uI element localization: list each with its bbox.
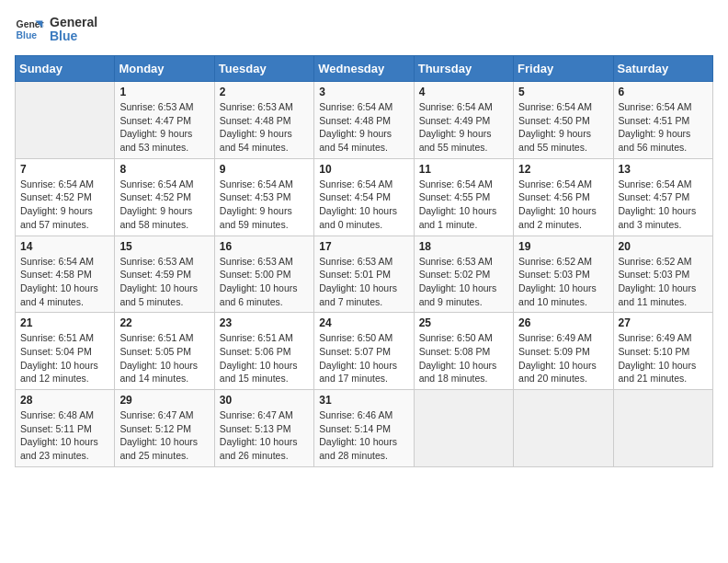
sunrise-text: Sunrise: 6:53 AM: [220, 100, 309, 114]
sunrise-text: Sunrise: 6:54 AM: [319, 100, 408, 114]
day-info: Sunrise: 6:54 AMSunset: 4:57 PMDaylight:…: [619, 178, 708, 232]
calendar-cell: 1Sunrise: 6:53 AMSunset: 4:47 PMDaylight…: [115, 82, 214, 159]
calendar-cell: 2Sunrise: 6:53 AMSunset: 4:48 PMDaylight…: [214, 82, 313, 159]
day-info: Sunrise: 6:54 AMSunset: 4:52 PMDaylight:…: [20, 178, 109, 232]
sunset-text: Sunset: 5:08 PM: [419, 345, 508, 359]
calendar-cell: 5Sunrise: 6:54 AMSunset: 4:50 PMDaylight…: [514, 82, 613, 159]
daylight-hours-text: Daylight: 10 hours: [119, 282, 209, 295]
calendar-cell: 20Sunrise: 6:52 AMSunset: 5:03 PMDayligh…: [613, 236, 712, 313]
calendar-cell: 26Sunrise: 6:49 AMSunset: 5:09 PMDayligh…: [514, 313, 613, 390]
day-info: Sunrise: 6:54 AMSunset: 4:51 PMDaylight:…: [619, 100, 708, 155]
sunset-text: Sunset: 4:55 PM: [419, 190, 508, 204]
sunset-text: Sunset: 5:00 PM: [220, 268, 309, 282]
sunset-text: Sunset: 4:47 PM: [119, 114, 209, 128]
calendar-cell: 25Sunrise: 6:50 AMSunset: 5:08 PMDayligh…: [414, 313, 513, 390]
sunset-text: Sunset: 5:13 PM: [220, 422, 309, 436]
sunrise-text: Sunrise: 6:54 AM: [419, 178, 508, 191]
calendar-cell: 4Sunrise: 6:54 AMSunset: 4:49 PMDaylight…: [414, 82, 513, 159]
calendar-cell: 10Sunrise: 6:54 AMSunset: 4:54 PMDayligh…: [314, 158, 414, 236]
day-number: 29: [119, 394, 209, 407]
calendar-table: SundayMondayTuesdayWednesdayThursdayFrid…: [15, 55, 713, 467]
calendar-cell: 19Sunrise: 6:52 AMSunset: 5:03 PMDayligh…: [514, 236, 613, 313]
daylight-minutes-text: and 0 minutes.: [319, 218, 408, 232]
day-info: Sunrise: 6:53 AMSunset: 4:47 PMDaylight:…: [119, 100, 209, 155]
sunset-text: Sunset: 5:04 PM: [20, 345, 109, 359]
sunset-text: Sunset: 5:05 PM: [119, 345, 209, 359]
sunset-text: Sunset: 4:59 PM: [119, 268, 209, 282]
daylight-minutes-text: and 26 minutes.: [220, 449, 309, 463]
header-cell-tuesday: Tuesday: [214, 56, 313, 82]
daylight-minutes-text: and 15 minutes.: [220, 372, 309, 385]
daylight-minutes-text: and 6 minutes.: [220, 295, 309, 309]
calendar-cell: 15Sunrise: 6:53 AMSunset: 4:59 PMDayligh…: [115, 236, 214, 313]
logo-text: GeneralBlue: [50, 16, 97, 44]
day-number: 1: [119, 86, 209, 98]
day-number: 21: [20, 316, 109, 329]
sunset-text: Sunset: 4:56 PM: [518, 190, 608, 204]
calendar-body: 1Sunrise: 6:53 AMSunset: 4:47 PMDaylight…: [16, 82, 713, 467]
sunrise-text: Sunrise: 6:54 AM: [419, 100, 508, 114]
sunset-text: Sunset: 4:52 PM: [119, 190, 209, 204]
daylight-hours-text: Daylight: 10 hours: [518, 282, 608, 295]
daylight-minutes-text: and 7 minutes.: [319, 295, 408, 309]
sunrise-text: Sunrise: 6:49 AM: [518, 331, 608, 345]
sunset-text: Sunset: 4:57 PM: [619, 190, 708, 204]
daylight-minutes-text: and 54 minutes.: [319, 141, 408, 155]
sunrise-text: Sunrise: 6:54 AM: [20, 178, 109, 191]
sunrise-text: Sunrise: 6:52 AM: [619, 255, 708, 269]
calendar-cell: 8Sunrise: 6:54 AMSunset: 4:52 PMDaylight…: [115, 158, 214, 236]
day-info: Sunrise: 6:53 AMSunset: 5:02 PMDaylight:…: [419, 255, 508, 309]
day-number: 6: [619, 86, 708, 98]
header-cell-wednesday: Wednesday: [314, 56, 414, 82]
header-cell-sunday: Sunday: [16, 56, 115, 82]
sunset-text: Sunset: 4:58 PM: [20, 268, 109, 282]
day-number: 13: [619, 163, 708, 176]
week-row-3: 14Sunrise: 6:54 AMSunset: 4:58 PMDayligh…: [16, 236, 713, 313]
day-number: 7: [20, 163, 109, 176]
day-number: 27: [619, 316, 708, 329]
calendar-cell: 18Sunrise: 6:53 AMSunset: 5:02 PMDayligh…: [414, 236, 513, 313]
day-number: 9: [220, 163, 309, 176]
day-number: 2: [220, 86, 309, 98]
sunrise-text: Sunrise: 6:48 AM: [20, 408, 109, 422]
day-info: Sunrise: 6:54 AMSunset: 4:50 PMDaylight:…: [518, 100, 608, 155]
header-cell-thursday: Thursday: [414, 56, 513, 82]
daylight-hours-text: Daylight: 10 hours: [319, 359, 408, 373]
day-number: 3: [319, 86, 408, 98]
daylight-minutes-text: and 5 minutes.: [119, 295, 209, 309]
sunset-text: Sunset: 5:01 PM: [319, 268, 408, 282]
sunrise-text: Sunrise: 6:51 AM: [220, 331, 309, 345]
daylight-minutes-text: and 4 minutes.: [20, 295, 109, 309]
daylight-minutes-text: and 21 minutes.: [619, 372, 708, 385]
calendar-cell: [514, 390, 613, 467]
daylight-hours-text: Daylight: 10 hours: [220, 282, 309, 295]
day-info: Sunrise: 6:54 AMSunset: 4:52 PMDaylight:…: [119, 178, 209, 232]
day-info: Sunrise: 6:54 AMSunset: 4:49 PMDaylight:…: [419, 100, 508, 155]
calendar-cell: 23Sunrise: 6:51 AMSunset: 5:06 PMDayligh…: [214, 313, 313, 390]
daylight-hours-text: Daylight: 10 hours: [419, 204, 508, 218]
day-info: Sunrise: 6:54 AMSunset: 4:53 PMDaylight:…: [220, 178, 309, 232]
daylight-minutes-text: and 57 minutes.: [20, 218, 109, 232]
day-info: Sunrise: 6:47 AMSunset: 5:13 PMDaylight:…: [220, 408, 309, 463]
daylight-minutes-text: and 59 minutes.: [220, 218, 309, 232]
calendar-cell: [613, 390, 712, 467]
sunset-text: Sunset: 5:06 PM: [220, 345, 309, 359]
sunrise-text: Sunrise: 6:51 AM: [119, 331, 209, 345]
sunrise-text: Sunrise: 6:54 AM: [20, 255, 109, 269]
calendar-cell: 28Sunrise: 6:48 AMSunset: 5:11 PMDayligh…: [16, 390, 115, 467]
sunset-text: Sunset: 4:52 PM: [20, 190, 109, 204]
day-info: Sunrise: 6:50 AMSunset: 5:07 PMDaylight:…: [319, 331, 408, 385]
sunset-text: Sunset: 4:48 PM: [319, 114, 408, 128]
day-number: 10: [319, 163, 408, 176]
daylight-minutes-text: and 3 minutes.: [619, 218, 708, 232]
day-number: 22: [119, 316, 209, 329]
day-info: Sunrise: 6:53 AMSunset: 5:00 PMDaylight:…: [220, 255, 309, 309]
daylight-hours-text: Daylight: 9 hours: [319, 127, 408, 141]
calendar-cell: 12Sunrise: 6:54 AMSunset: 4:56 PMDayligh…: [514, 158, 613, 236]
calendar-cell: 6Sunrise: 6:54 AMSunset: 4:51 PMDaylight…: [613, 82, 712, 159]
daylight-hours-text: Daylight: 9 hours: [119, 204, 209, 218]
daylight-hours-text: Daylight: 10 hours: [119, 435, 209, 449]
daylight-minutes-text: and 28 minutes.: [319, 449, 408, 463]
sunrise-text: Sunrise: 6:53 AM: [319, 255, 408, 269]
calendar-cell: 11Sunrise: 6:54 AMSunset: 4:55 PMDayligh…: [414, 158, 513, 236]
